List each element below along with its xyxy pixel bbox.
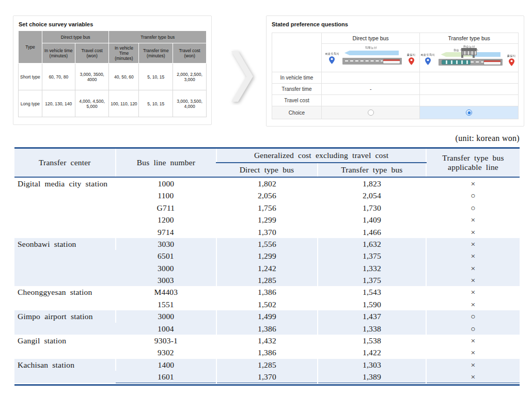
applicable-line-cell: × [426, 250, 520, 262]
group-header-direct: Direct type bus [42, 31, 109, 43]
destination-pin-icon [329, 56, 335, 64]
sp-row-label-travelcost: Travel cost [272, 95, 322, 106]
row-label: Long type [19, 90, 42, 117]
sub-header-invehicle-transfer: In vehicle Time (minutes) [109, 43, 139, 64]
applicable-line-cell: × [426, 214, 520, 226]
applicable-line-cell: × [426, 371, 520, 383]
col-header-transfer: Transfer type bus [318, 163, 426, 177]
applicable-line-cell: × [426, 298, 520, 310]
direct-cost-cell: 1,802 [216, 177, 318, 190]
direct-cost-cell: 1,285 [216, 359, 318, 371]
destination-label: 최종도착지 [420, 53, 436, 57]
cell: 3,000, 3,500, 4,000 [173, 90, 207, 117]
transfer-center-cell: Digital media city station [14, 177, 116, 238]
transfer-cost-cell: 1,538 [318, 335, 426, 346]
transfer-bus-illustration: 환승노선 환승 수단 광역버스 [420, 44, 519, 72]
origin-label: 출발지 [403, 53, 419, 57]
bus-line-cell: 1200 [116, 214, 217, 226]
transfer-cost-cell: 1,303 [318, 359, 426, 371]
direct-route-arrow-icon [345, 51, 399, 55]
train-icon [442, 60, 471, 65]
destination-pin-icon [425, 57, 431, 65]
bus-line-cell: 9303-1 [116, 335, 217, 346]
col-header-transfer-center: Transfer center [14, 149, 116, 177]
survey-variables-table: Type Direct type bus Transfer type bus I… [18, 30, 207, 117]
sp-cell [321, 95, 420, 106]
applicable-line-cell: × [426, 346, 520, 358]
applicable-line-cell: × [426, 359, 520, 371]
sp-cell: - [321, 84, 420, 95]
bus-line-cell: 3030 [116, 238, 217, 250]
bus-line-cell: 1400 [116, 359, 217, 371]
direct-bus-illustration: 직행노선 최종도착지 출발지 [321, 44, 420, 72]
col-header-type: Type [19, 31, 42, 64]
transfer-cost-cell: 1,437 [318, 310, 426, 322]
sub-header-transfertime: Transfer time (minutes) [139, 43, 173, 64]
road [342, 58, 402, 65]
transfer-cost-cell: 1,409 [318, 214, 426, 226]
choice-radio-direct[interactable] [368, 109, 374, 116]
sp-row-label-choice: Choice [272, 106, 322, 119]
right-panel-title: Stated preference questions [267, 16, 524, 30]
sub-header-invehicle-direct: In vehicle time (minutes) [42, 43, 75, 64]
applicable-line-cell: × [426, 274, 520, 286]
cell: 60, 70, 80 [42, 64, 75, 90]
sp-cell [420, 72, 519, 84]
origin-pin-icon [409, 57, 414, 65]
transfer-center-cell: Gangil station [14, 335, 116, 359]
direct-cost-cell: 1,285 [216, 274, 318, 286]
bus-icon [383, 59, 400, 64]
direct-cost-cell: 2,056 [216, 190, 318, 201]
survey-row-long: Long type 120, 130, 140 4,000, 4,500, 5,… [19, 90, 207, 117]
generalized-cost-table-wrap: Transfer center Bus line number Generali… [14, 147, 520, 386]
generalized-cost-table: Transfer center Bus line number Generali… [14, 149, 520, 383]
cell: 120, 130, 140 [42, 90, 75, 117]
cost-table-row: Kachisan station14001,2851,303× [14, 359, 520, 371]
bus-icon [483, 60, 501, 65]
bus-line-cell: 1000 [116, 177, 217, 190]
destination-endpoint: 최종도착지 [322, 51, 342, 65]
origin-label: 출발지 [503, 54, 518, 58]
direct-cost-cell: 1,370 [216, 226, 318, 238]
direct-cost-cell: 1,370 [216, 371, 318, 383]
sp-col-direct: Direct type bus [321, 33, 420, 44]
direct-cost-cell: 1,242 [216, 262, 318, 274]
transfer-cost-cell: 1,375 [318, 250, 426, 262]
transfer-cost-cell: 1,422 [318, 346, 426, 358]
bus-line-cell: 3000 [116, 262, 217, 274]
direct-cost-cell: 1,432 [216, 335, 318, 346]
cell: 5, 10, 15 [139, 64, 173, 90]
applicable-line-cell: × [426, 238, 520, 250]
transfer-cost-cell: 1,543 [318, 286, 426, 298]
transfer-cost-cell: 1,389 [318, 371, 426, 383]
choice-cell-direct [321, 106, 420, 119]
direct-cost-cell: 1,299 [216, 250, 318, 262]
choice-survey-panel: Set choice survey variables Type Direct … [13, 15, 212, 125]
bus-line-cell: 1004 [116, 323, 217, 335]
col-header-direct: Direct type bus [216, 163, 318, 177]
page: Set choice survey variables Type Direct … [0, 0, 532, 410]
bus-line-cell: 9302 [116, 346, 217, 358]
col-header-bus-line: Bus line number [116, 149, 217, 177]
stated-preference-table: Direct type bus Transfer type bus 직행노선 최… [272, 33, 519, 119]
transfer-center-cell: Kachisan station [14, 359, 116, 383]
cell: 100, 110, 120 [109, 90, 139, 117]
choice-cell-transfer [420, 106, 519, 119]
transfer-center-cell: Gimpo airport station [14, 310, 116, 335]
bus-line-cell: 1100 [116, 190, 217, 201]
bus-line-cell: 1551 [116, 298, 217, 310]
applicable-line-cell: ○ [426, 202, 520, 214]
choice-radio-transfer[interactable] [466, 109, 472, 116]
cost-table-row: Cheonggyesan stationM44031,3861,543× [14, 286, 520, 298]
cell: 4,000, 4,500, 5,000 [75, 90, 109, 117]
row-label: Short type [19, 64, 42, 90]
cost-table-row: Gangil station9303-11,4321,538× [14, 335, 520, 346]
col-header-applicable-line: Transfer type bus applicable line [426, 149, 520, 177]
transfer-cost-cell: 1,590 [318, 298, 426, 310]
direct-cost-cell: 1,499 [216, 310, 318, 322]
transfer-cost-cell: 2,054 [318, 190, 426, 201]
sub-header-cost-transfer: Travel cost (won) [173, 43, 207, 64]
transfer-cost-cell: 1,375 [318, 274, 426, 286]
bus-line-cell: 9714 [116, 226, 217, 238]
bus-line-cell: 6501 [116, 250, 217, 262]
